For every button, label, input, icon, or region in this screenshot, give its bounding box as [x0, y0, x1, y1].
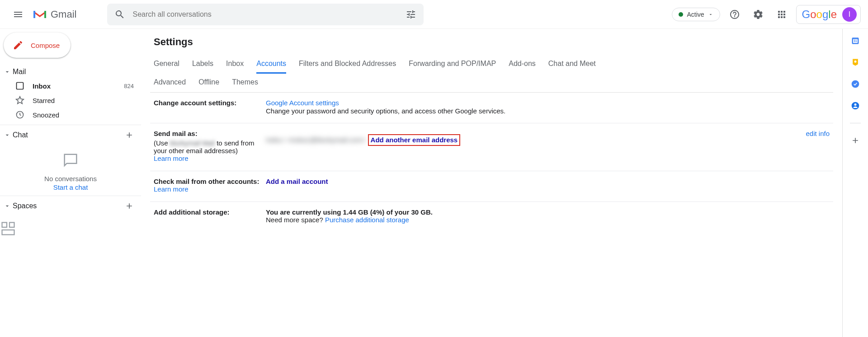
topbar: Gmail Active Google I	[0, 0, 868, 29]
tab-filters[interactable]: Filters and Blocked Addresses	[299, 55, 396, 74]
tab-addons[interactable]: Add-ons	[509, 55, 536, 74]
search-options-button[interactable]	[402, 5, 420, 23]
content-area: Settings General Labels Inbox Accounts F…	[141, 29, 843, 337]
tab-themes[interactable]: Themes	[232, 74, 258, 92]
mail-section: Mail Inbox 824 Starred Snoozed	[0, 65, 141, 122]
setting-check-mail: Check mail from other accounts: Learn mo…	[150, 171, 833, 202]
tab-accounts[interactable]: Accounts	[256, 55, 286, 74]
learn-more-link[interactable]: Learn more	[154, 154, 189, 162]
chat-section-label: Chat	[13, 131, 28, 139]
tab-inbox[interactable]: Inbox	[226, 55, 244, 74]
sidebar-item-snoozed[interactable]: Snoozed	[0, 108, 141, 122]
learn-more-link-2[interactable]: Learn more	[154, 185, 189, 193]
pencil-icon	[13, 40, 24, 51]
chat-bubble-icon	[61, 151, 80, 169]
topbar-right: Active Google I	[672, 5, 861, 24]
check-mail-label: Check mail from other accounts:	[154, 178, 266, 185]
calendar-icon[interactable]: 31	[851, 36, 860, 45]
tab-labels[interactable]: Labels	[192, 55, 213, 74]
tune-icon	[406, 9, 416, 20]
need-more-space: Need more space?	[266, 216, 325, 224]
keep-icon[interactable]	[851, 58, 860, 67]
google-logo: Google	[802, 8, 837, 21]
spaces-section-header[interactable]: Spaces	[0, 199, 141, 213]
inbox-label: Inbox	[33, 82, 51, 90]
no-conversations-label: No conversations	[0, 175, 141, 183]
sidebar-item-starred[interactable]: Starred	[0, 93, 141, 108]
apps-button[interactable]	[773, 5, 791, 23]
sidebar-item-inbox[interactable]: Inbox 824	[0, 79, 141, 93]
clock-icon	[15, 110, 24, 119]
compose-button[interactable]: Compose	[4, 33, 71, 58]
mail-section-label: Mail	[13, 68, 26, 76]
inbox-count: 824	[124, 83, 134, 89]
search-input[interactable]	[129, 10, 402, 19]
svg-rect-2	[17, 83, 24, 89]
tab-offline[interactable]: Offline	[198, 74, 219, 92]
storage-usage: You are currently using 1.44 GB (4%) of …	[266, 208, 830, 216]
spaces-section: Spaces	[0, 196, 141, 237]
send-mail-sublabel: (Use blurkymail Mail to send from your o…	[154, 139, 266, 154]
add-another-email-link[interactable]: Add another email address	[371, 136, 458, 144]
inbox-icon	[15, 81, 24, 90]
setting-add-storage: Add additional storage: You are currentl…	[150, 202, 833, 232]
blurred-email: Indra I <indra1@blurkymail.com>	[266, 136, 366, 144]
mail-section-header[interactable]: Mail	[0, 65, 141, 79]
tab-chat-meet[interactable]: Chat and Meet	[548, 55, 596, 74]
setting-change-account: Change account settings: Google Account …	[150, 93, 833, 123]
plus-icon[interactable]	[125, 201, 134, 211]
rail-add-button[interactable]	[851, 136, 860, 145]
edit-info-link[interactable]: edit info	[806, 130, 830, 137]
search-icon	[114, 9, 125, 20]
spaces-grid-icon	[0, 220, 141, 237]
svg-point-10	[854, 61, 857, 63]
rail-divider	[850, 123, 861, 123]
chevron-down-icon	[4, 202, 11, 210]
tab-forwarding[interactable]: Forwarding and POP/IMAP	[409, 55, 496, 74]
add-mail-account-link[interactable]: Add a mail account	[266, 178, 328, 185]
starred-label: Starred	[33, 97, 55, 104]
apps-icon	[776, 9, 787, 20]
add-storage-label: Add additional storage:	[154, 208, 266, 216]
search-button[interactable]	[111, 5, 129, 23]
settings-tabs-row2: Advanced Offline Themes	[150, 74, 833, 93]
search-bar	[107, 4, 424, 25]
sidebar: Compose Mail Inbox 824 Starred Snoozed	[0, 29, 141, 337]
gear-icon	[753, 9, 764, 20]
gmail-icon	[33, 9, 47, 20]
svg-rect-6	[2, 230, 14, 235]
chat-section-header[interactable]: Chat	[0, 128, 141, 142]
tab-general[interactable]: General	[154, 55, 179, 74]
right-rail: 31	[843, 29, 868, 337]
menu-button[interactable]	[7, 4, 29, 25]
settings-button[interactable]	[749, 5, 767, 23]
change-account-label: Change account settings:	[154, 99, 266, 107]
google-account-settings-link[interactable]: Google Account settings	[266, 99, 339, 107]
spaces-section-label: Spaces	[13, 202, 37, 210]
svg-rect-5	[9, 223, 14, 228]
gmail-label: Gmail	[51, 9, 76, 20]
star-icon	[15, 96, 24, 105]
support-button[interactable]	[726, 5, 744, 23]
compose-label: Compose	[31, 42, 60, 49]
account-area[interactable]: Google I	[796, 5, 861, 24]
start-chat-link[interactable]: Start a chat	[0, 183, 141, 191]
chat-section: Chat No conversations Start a chat	[0, 125, 141, 193]
send-mail-as-label: Send mail as:	[154, 130, 266, 137]
svg-point-13	[854, 103, 857, 106]
logo-area[interactable]: Gmail	[33, 9, 76, 20]
change-password-desc: Change your password and security option…	[266, 107, 830, 115]
svg-text:31: 31	[854, 39, 857, 42]
chevron-down-icon	[708, 12, 713, 17]
help-icon	[729, 9, 740, 20]
add-another-email-highlight: Add another email address	[368, 134, 461, 146]
tasks-icon[interactable]	[851, 80, 860, 89]
avatar[interactable]: I	[842, 7, 857, 22]
tab-advanced[interactable]: Advanced	[154, 74, 186, 92]
plus-icon[interactable]	[125, 131, 134, 140]
setting-send-mail-as: Send mail as: (Use blurkymail Mail to se…	[150, 123, 833, 171]
snoozed-label: Snoozed	[33, 111, 59, 119]
contacts-icon[interactable]	[851, 101, 860, 110]
purchase-storage-link[interactable]: Purchase additional storage	[325, 216, 409, 224]
status-chip[interactable]: Active	[672, 8, 720, 21]
